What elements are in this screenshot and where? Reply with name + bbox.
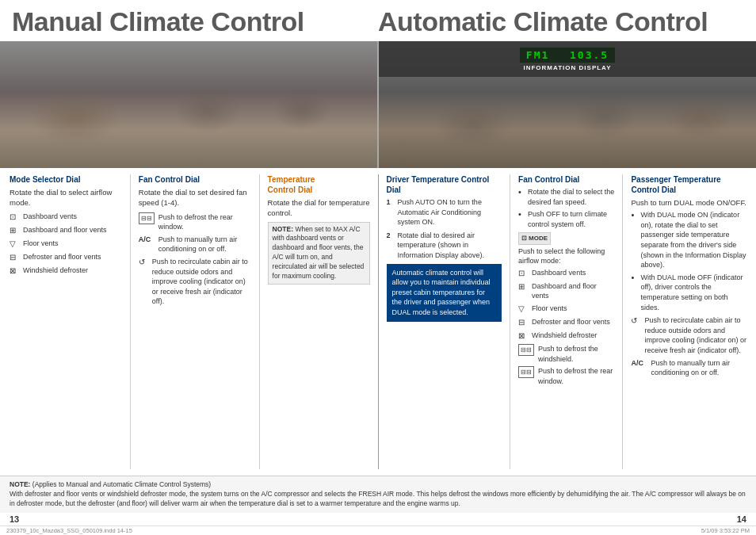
pass-recirc-text: Push to recirculate cabin air to reduce … [644, 315, 746, 355]
fan-bullet-1-text: Rotate the dial to select the desired fa… [528, 187, 614, 207]
fan-control-right-col: Fan Control Dial • Rotate the dial to se… [518, 174, 614, 469]
mode-item-dash-label: Dashboard vents [23, 212, 77, 222]
footer-bar: 230379_10c_Mazda3_SSG_050109.indd 14-15 … [0, 525, 756, 535]
manual-climate-image [0, 41, 377, 168]
rear-defrost-icon: ⊟⊟ [139, 212, 155, 224]
note-label: NOTE: [273, 225, 293, 233]
pass-ac-icon: A/C [631, 358, 647, 369]
pass-recirc-icon: ↺ [631, 315, 640, 327]
title-auto: Automatic Climate Control [378, 6, 744, 37]
temp-control-title: TemperatureControl Dial [268, 174, 370, 195]
windshield-defrost-icon: ⊠ [10, 266, 19, 277]
date-info: 5/1/09 3:53:22 PM [701, 527, 750, 534]
passenger-temp-title: Passenger Temperature Control Dial [631, 174, 746, 195]
r-dash-icon: ⊡ [518, 268, 528, 279]
passenger-temp-col: Passenger Temperature Control Dial Push … [631, 174, 746, 469]
step-2-text: Rotate dial to desired air temperature (… [398, 231, 502, 261]
mode-item-windshield-label: Windshield defroster [23, 266, 88, 276]
pass-bullet-1: • With DUAL mode ON (indicator on), rota… [631, 210, 746, 270]
rear-defrost-item: ⊟⊟ Push to defrost the rear window. [139, 212, 251, 232]
ac-label-text: Push to manually turn air conditioning o… [158, 235, 251, 254]
r-mode-floor: ▽ Floor vents [518, 304, 614, 315]
note-label: NOTE: [10, 480, 30, 488]
pass-bullet-1-text: With DUAL mode ON (indicator on), rotate… [640, 210, 746, 270]
driver-temp-title: Driver Temperature Control Dial [387, 174, 502, 195]
pass-bullet-2-dot: • [631, 272, 637, 284]
pass-bullet-2: • With DUAL mode OFF (indicator off), dr… [631, 273, 746, 312]
fan-control-right-title: Fan Control Dial [518, 174, 614, 185]
fan-items: ⊟⊟ Push to defrost the rear window. A/C … [139, 212, 251, 307]
image-area: FM1 103.5 INFORMATION DISPLAY [0, 41, 756, 168]
ac-icon: A/C [139, 235, 155, 245]
r-floor-icon: ▽ [518, 304, 528, 315]
fan-bullet-2: • Push OFF to turn climate control syste… [518, 209, 614, 229]
mode-item-floor: ▽ Floor vents [10, 239, 122, 250]
ac-item: A/C Push to manually turn air conditioni… [139, 235, 251, 254]
r-dash-label: Dashboard vents [532, 268, 586, 278]
fan-control-left-col: Fan Control Dial Rotate the dial to set … [139, 174, 251, 469]
fan-bullet-1: • Rotate the dial to select the desired … [518, 187, 614, 207]
right-content: Driver Temperature Control Dial 1 Push A… [387, 174, 747, 469]
mode-selector-col: Mode Selector Dial Rotate the dial to se… [10, 174, 122, 469]
mode-item-dash-floor: ⊞ Dashboard and floor vents [10, 225, 122, 236]
r-windshield-label: Windshield defroster [532, 331, 597, 341]
step-1-num: 1 [387, 197, 395, 208]
page-container: Manual Climate Control Automatic Climate… [0, 0, 756, 535]
step-1-text: Push AUTO ON to turn the Automatic Air C… [398, 197, 502, 227]
title-manual: Manual Climate Control [12, 6, 378, 37]
temp-control-col: TemperatureControl Dial Rotate the dial … [268, 174, 370, 469]
page-right: 14 [737, 514, 746, 524]
r-rear-defrost: ⊟⊟ Push to defrost the rear window. [518, 366, 614, 386]
dash-vent-icon: ⊡ [10, 212, 19, 223]
mode-item-dash-floor-label: Dashboard and floor vents [23, 225, 107, 235]
temp-note: NOTE: When set to MAX A/C with dashboard… [268, 222, 370, 285]
info-display-screen: FM1 103.5 [520, 48, 615, 63]
sep4 [622, 174, 623, 469]
mode-item-defrost-floor-label: Defroster and floor vents [23, 252, 101, 262]
temp-control-desc: Rotate the dial for temperature control. [268, 198, 370, 217]
file-info: 230379_10c_Mazda3_SSG_050109.indd 14-15 [6, 527, 132, 534]
header-titles: Manual Climate Control Automatic Climate… [0, 0, 756, 41]
info-display-banner: FM1 103.5 INFORMATION DISPLAY [379, 41, 756, 77]
mode-badge-icon: ⊡ [521, 234, 527, 243]
r-dash-floor-label: Dashboard and floor vents [532, 281, 614, 301]
r-mode-defrost-floor: ⊟ Defroster and floor vents [518, 317, 614, 328]
left-content: Mode Selector Dial Rotate the dial to se… [10, 174, 370, 469]
temp-control-body: Rotate the dial for temperature control.… [268, 197, 370, 285]
r-windshield-defrost: ⊟⊟ Push to defrost the windshield. [518, 344, 614, 364]
recirc-icon: ↺ [139, 257, 148, 268]
bullet-2-dot: • [518, 208, 525, 220]
mode-desc: Push to select the following airflow mod… [518, 246, 614, 266]
mode-list: ⊡ Dashboard vents ⊞ Dashboard and floor … [10, 212, 122, 277]
r-windshield-icon: ⊠ [518, 331, 528, 342]
passenger-temp-body: Push to turn DUAL mode ON/OFF. • With DU… [631, 197, 746, 378]
content-area: Mode Selector Dial Rotate the dial to se… [0, 168, 756, 476]
pass-ac: A/C Push to manually turn air conditioni… [631, 358, 746, 378]
mode-section: ⊡ MODE Push to select the following airf… [518, 232, 614, 342]
mode-item-defrost-floor: ⊟ Defroster and floor vents [10, 252, 122, 263]
floor-vent-icon: ▽ [10, 239, 19, 250]
rear-defrost-label-r: Push to defrost the rear window. [538, 366, 614, 386]
mode-selector-title: Mode Selector Dial [10, 174, 122, 185]
bullet-1-dot: • [518, 186, 525, 198]
fan-control-left-title: Fan Control Dial [139, 174, 251, 185]
pass-ac-text: Push to manually turn air conditioning o… [651, 358, 746, 378]
r-defrost-floor-label: Defroster and floor vents [532, 317, 610, 327]
fan-control-left-desc: Rotate the dial to set desired fan speed… [139, 188, 247, 207]
recirc-item: ↺ Push to recirculate cabin air to reduc… [139, 257, 251, 307]
rear-defrost-label: Push to defrost the rear window. [158, 212, 251, 232]
fan-control-right-body: • Rotate the dial to select the desired … [518, 187, 614, 386]
pass-bullet-2-text: With DUAL mode OFF (indicator off), driv… [640, 273, 746, 312]
r-mode-windshield: ⊠ Windshield defroster [518, 331, 614, 342]
mode-item-dash: ⊡ Dashboard vents [10, 212, 122, 223]
info-display-label: INFORMATION DISPLAY [523, 64, 611, 71]
sep3 [510, 174, 510, 469]
highlight-box: Automatic climate control will allow you… [387, 264, 502, 322]
mode-item-floor-label: Floor vents [23, 239, 59, 249]
auto-climate-image: FM1 103.5 INFORMATION DISPLAY [379, 41, 756, 168]
mode-item-windshield: ⊠ Windshield defroster [10, 266, 122, 277]
windshield-defrost-label: Push to defrost the windshield. [538, 344, 614, 364]
main-sep [378, 174, 379, 469]
sep1 [130, 174, 131, 469]
rear-btn-icon: ⊟⊟ [518, 366, 534, 378]
